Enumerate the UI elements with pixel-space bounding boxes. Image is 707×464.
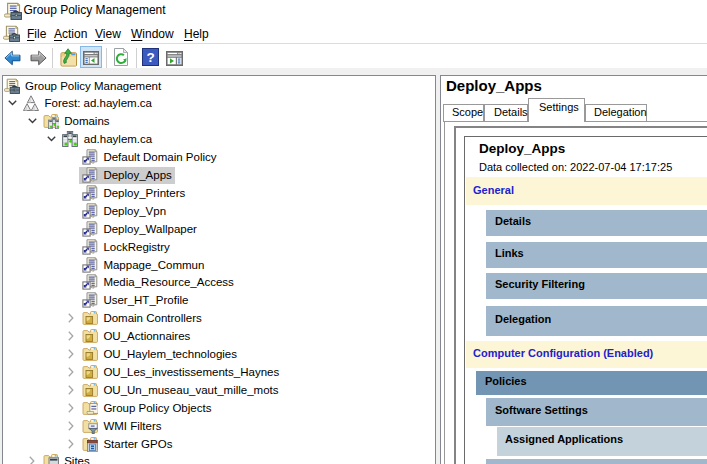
svg-text:?: ?	[146, 50, 154, 65]
